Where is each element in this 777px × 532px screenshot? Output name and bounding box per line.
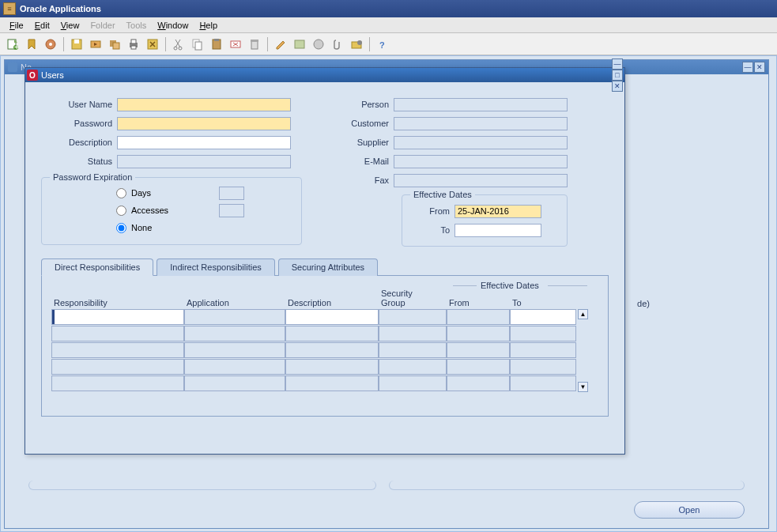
svg-point-4 bbox=[49, 43, 52, 46]
translations-icon[interactable] bbox=[311, 36, 326, 52]
to-cell[interactable] bbox=[510, 359, 576, 375]
application-cell[interactable] bbox=[184, 326, 285, 341]
description-cell[interactable] bbox=[285, 309, 379, 325]
navigator-icon bbox=[8, 62, 17, 72]
description-label: Description bbox=[41, 138, 112, 147]
scroll-down-button[interactable]: ▼ bbox=[578, 382, 588, 392]
to-cell[interactable] bbox=[510, 309, 576, 325]
to-cell[interactable] bbox=[510, 326, 576, 341]
days-label: Days bbox=[131, 188, 151, 198]
menu-view[interactable]: View bbox=[56, 19, 85, 32]
close-form-icon[interactable] bbox=[145, 36, 160, 52]
user-name-label: User Name bbox=[41, 100, 112, 109]
minimize-button[interactable]: — bbox=[742, 62, 753, 73]
security-group-cell[interactable] bbox=[379, 359, 447, 375]
cut-icon[interactable] bbox=[171, 36, 187, 52]
clear-record-icon[interactable] bbox=[228, 36, 243, 52]
tabs: Direct Responsibilities Indirect Respons… bbox=[41, 258, 609, 276]
tab-securing-attributes[interactable]: Securing Attributes bbox=[278, 258, 378, 276]
new-icon[interactable]: + bbox=[5, 36, 21, 52]
col-from-header: From bbox=[447, 284, 510, 309]
days-value-field[interactable] bbox=[219, 187, 244, 200]
save-icon[interactable] bbox=[69, 36, 85, 52]
accesses-radio[interactable] bbox=[116, 206, 126, 216]
security-group-cell[interactable] bbox=[379, 309, 447, 325]
help-icon[interactable]: ? bbox=[375, 36, 390, 52]
from-cell[interactable] bbox=[447, 359, 510, 375]
effective-dates-group: Effective Dates From To bbox=[402, 194, 568, 247]
accesses-value-field[interactable] bbox=[219, 204, 244, 217]
users-close-button[interactable]: ✕ bbox=[612, 81, 623, 92]
app-title: Oracle Applications bbox=[20, 4, 101, 13]
security-group-cell[interactable] bbox=[379, 375, 447, 391]
zoom-icon[interactable] bbox=[292, 36, 307, 52]
description-cell[interactable] bbox=[285, 375, 379, 391]
security-group-cell[interactable] bbox=[379, 326, 447, 341]
menu-help[interactable]: Help bbox=[194, 19, 222, 32]
responsibility-cell[interactable] bbox=[51, 342, 184, 358]
to-cell[interactable] bbox=[510, 375, 576, 391]
menu-edit[interactable]: Edit bbox=[30, 19, 55, 32]
from-cell[interactable] bbox=[447, 375, 510, 391]
customer-field[interactable] bbox=[394, 117, 568, 130]
scroll-up-button[interactable]: ▲ bbox=[578, 309, 588, 319]
toolbar: + ? bbox=[0, 33, 777, 55]
description-cell[interactable] bbox=[285, 342, 379, 358]
email-field[interactable] bbox=[394, 155, 568, 168]
security-group-cell[interactable] bbox=[379, 342, 447, 358]
from-field[interactable] bbox=[455, 205, 541, 218]
days-radio[interactable] bbox=[116, 188, 126, 198]
tab-direct-responsibilities[interactable]: Direct Responsibilities bbox=[41, 258, 153, 276]
effective-dates-legend: Effective Dates bbox=[410, 190, 475, 199]
users-title: Users bbox=[41, 70, 64, 80]
application-cell[interactable] bbox=[184, 309, 285, 325]
person-field[interactable] bbox=[394, 98, 568, 111]
application-cell[interactable] bbox=[184, 342, 285, 358]
to-cell[interactable] bbox=[510, 342, 576, 358]
users-maximize-button[interactable]: □ bbox=[612, 70, 623, 81]
none-radio[interactable] bbox=[116, 223, 126, 233]
description-field[interactable] bbox=[117, 136, 291, 149]
description-cell[interactable] bbox=[285, 326, 379, 341]
folder-tools-icon[interactable] bbox=[349, 36, 364, 52]
responsibility-cell[interactable] bbox=[51, 326, 184, 341]
application-cell[interactable] bbox=[184, 375, 285, 391]
users-titlebar[interactable]: O Users — □ ✕ bbox=[25, 68, 624, 82]
responsibility-cell[interactable] bbox=[51, 375, 184, 391]
edit-field-icon[interactable] bbox=[273, 36, 289, 52]
print-icon[interactable] bbox=[126, 36, 141, 52]
description-cell[interactable] bbox=[285, 359, 379, 375]
find-icon[interactable] bbox=[24, 36, 40, 52]
paste-icon[interactable] bbox=[209, 36, 224, 52]
responsibility-cell[interactable] bbox=[51, 359, 184, 375]
open-button[interactable]: Open bbox=[634, 501, 745, 519]
from-cell[interactable] bbox=[447, 342, 510, 358]
from-cell[interactable] bbox=[447, 326, 510, 341]
responsibility-cell[interactable] bbox=[51, 309, 184, 325]
users-minimize-button[interactable]: — bbox=[612, 58, 623, 70]
user-name-field[interactable] bbox=[117, 98, 291, 111]
close-button[interactable]: ✕ bbox=[754, 62, 765, 73]
menu-window[interactable]: Window bbox=[153, 19, 193, 32]
tab-panel: Effective Dates Responsibility bbox=[41, 276, 609, 417]
attachments-icon[interactable] bbox=[330, 36, 345, 52]
copy-icon[interactable] bbox=[190, 36, 206, 52]
to-field[interactable] bbox=[455, 224, 541, 237]
tab-indirect-responsibilities[interactable]: Indirect Responsibilities bbox=[157, 258, 275, 276]
supplier-field[interactable] bbox=[394, 136, 568, 149]
java-icon: ≡ bbox=[3, 2, 16, 15]
from-cell[interactable] bbox=[447, 309, 510, 325]
password-label: Password bbox=[41, 119, 112, 128]
menu-file[interactable]: File bbox=[5, 19, 28, 32]
switch-resp-icon[interactable] bbox=[107, 36, 123, 52]
application-cell[interactable] bbox=[184, 359, 285, 375]
fax-field[interactable] bbox=[394, 174, 568, 187]
email-label: E-Mail bbox=[334, 157, 389, 166]
menu-folder: Folder bbox=[85, 19, 119, 32]
password-field[interactable] bbox=[117, 117, 291, 130]
delete-icon[interactable] bbox=[247, 36, 262, 52]
nav-icon[interactable] bbox=[43, 36, 58, 52]
next-step-icon[interactable] bbox=[88, 36, 104, 52]
password-expiration-group: Password Expiration Days Accesses bbox=[41, 177, 302, 245]
svg-point-24 bbox=[314, 40, 323, 49]
